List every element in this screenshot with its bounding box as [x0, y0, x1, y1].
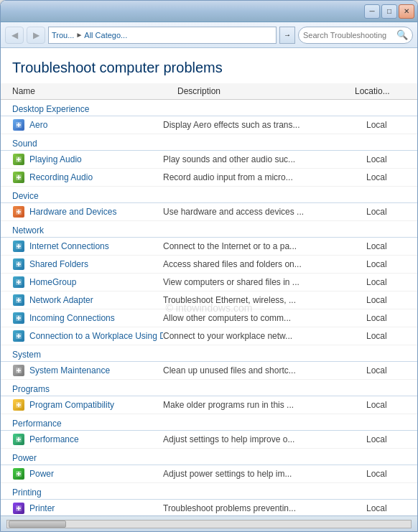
category-label-4: System [1, 345, 417, 362]
item-desc-1-1: Record audio input from a micro... [163, 172, 366, 182]
item-desc-0-0: Display Aero effects such as trans... [163, 120, 366, 130]
list-item[interactable]: Program Compatibility Make older program… [1, 396, 417, 414]
item-loc-8-0: Local [366, 503, 406, 513]
icon-img [13, 258, 24, 270]
table-area: Name Description Locatio... © intowindow… [1, 83, 417, 515]
list-item[interactable]: Hardware and Devices Use hardware and ac… [1, 203, 417, 221]
item-loc-7-0: Local [366, 469, 406, 479]
item-label: Hardware and Devices [29, 207, 116, 217]
list-item[interactable]: Printer Troubleshoot problems preventin.… [1, 500, 417, 515]
list-item[interactable]: Aero Display Aero effects such as trans.… [1, 116, 417, 134]
category-label-6: Performance [1, 414, 417, 431]
back-button[interactable]: ◀ [5, 27, 24, 44]
icon-img [13, 294, 24, 306]
address-field[interactable]: Trou... ► All Catego... [48, 27, 277, 44]
status-bar [1, 515, 417, 531]
item-name-7-0: Power [12, 467, 163, 480]
scrollbar-thumb[interactable] [9, 521, 66, 528]
item-name-0-0: Aero [12, 118, 163, 131]
item-name-8-0: Printer [12, 502, 163, 515]
item-label: Aero [29, 120, 47, 130]
main-content: Troubleshoot computer problems Name Desc… [1, 48, 417, 515]
item-loc-3-1: Local [366, 259, 406, 269]
item-label: Shared Folders [29, 259, 88, 269]
item-label: Incoming Connections [29, 313, 115, 323]
item-loc-3-4: Local [366, 313, 406, 323]
item-label: System Maintenance [29, 365, 110, 375]
item-name-6-0: Performance [12, 433, 163, 446]
list-item[interactable]: Internet Connections Connect to the Inte… [1, 238, 417, 256]
list-item[interactable]: Incoming Connections Allow other compute… [1, 309, 417, 327]
list-item[interactable]: System Maintenance Clean up unused files… [1, 362, 417, 380]
item-icon-2-0 [12, 205, 25, 218]
category-label-0: Desktop Experience [1, 100, 417, 116]
item-loc-3-3: Local [366, 295, 406, 305]
icon-img [13, 468, 24, 480]
close-button[interactable]: ✕ [399, 4, 414, 19]
item-name-5-0: Program Compatibility [12, 398, 163, 411]
icon-img [13, 172, 24, 183]
breadcrumb-sep: ► [75, 31, 83, 39]
item-desc-2-0: Use hardware and access devices ... [163, 207, 366, 217]
item-loc-6-0: Local [366, 434, 406, 444]
maximize-button[interactable]: □ [381, 4, 397, 19]
icon-img [13, 154, 24, 165]
item-desc-6-0: Adjust settings to help improve o... [163, 434, 366, 444]
category-label-8: Printing [1, 483, 417, 500]
item-label: Connection to a Workplace Using DirectAc… [29, 331, 163, 341]
item-name-3-0: Internet Connections [12, 240, 163, 253]
item-name-1-0: Playing Audio [12, 153, 163, 166]
address-bar: ◀ ▶ Trou... ► All Catego... → 🔍 [1, 22, 417, 48]
item-desc-8-0: Troubleshoot problems preventin... [163, 503, 366, 513]
item-desc-3-0: Connect to the Internet or to a pa... [163, 241, 366, 251]
icon-img [13, 119, 24, 131]
icon-img [13, 276, 24, 288]
item-desc-3-1: Access shared files and folders on... [163, 259, 366, 269]
list-item[interactable]: Playing Audio Play sounds and other audi… [1, 151, 417, 169]
list-item[interactable]: Shared Folders Access shared files and f… [1, 256, 417, 274]
list-item[interactable]: Recording Audio Record audio input from … [1, 169, 417, 187]
table-body[interactable]: © intowindows.com Desktop Experience Aer… [1, 100, 417, 515]
item-desc-3-5: Connect to your workplace netw... [163, 331, 366, 341]
forward-button[interactable]: ▶ [27, 27, 45, 44]
item-name-3-3: Network Adapter [12, 294, 163, 307]
breadcrumb-part-2: All Catego... [84, 31, 127, 39]
horizontal-scrollbar[interactable] [6, 520, 412, 528]
search-icon: 🔍 [396, 29, 408, 40]
icon-img [13, 241, 24, 252]
search-input[interactable] [303, 31, 394, 39]
item-label: Recording Audio [29, 172, 93, 182]
item-desc-3-3: Troubleshoot Ethernet, wireless, ... [163, 295, 366, 305]
item-desc-4-0: Clean up unused files and shortc... [163, 365, 366, 375]
item-desc-3-2: View computers or shared files in ... [163, 277, 366, 287]
breadcrumb: Trou... ► All Catego... [52, 31, 127, 39]
category-label-3: Network [1, 221, 417, 238]
list-item[interactable]: Connection to a Workplace Using DirectAc… [1, 327, 417, 345]
list-item[interactable]: Performance Adjust settings to help impr… [1, 431, 417, 449]
item-loc-2-0: Local [366, 207, 406, 217]
item-loc-0-0: Local [366, 120, 406, 130]
item-name-3-4: Incoming Connections [12, 312, 163, 325]
item-desc-3-4: Allow other computers to comm... [163, 313, 366, 323]
icon-img [13, 312, 24, 324]
item-label: Internet Connections [29, 241, 109, 251]
item-icon-5-0 [12, 398, 25, 411]
category-label-2: Device [1, 187, 417, 203]
minimize-button[interactable]: ─ [364, 4, 380, 19]
col-header-loc: Locatio... [355, 86, 394, 96]
item-loc-4-0: Local [366, 365, 406, 375]
item-name-3-1: Shared Folders [12, 258, 163, 271]
col-header-name: Name [12, 86, 177, 96]
col-header-desc: Description [177, 86, 355, 96]
title-bar-buttons: ─ □ ✕ [364, 4, 414, 19]
item-label: Playing Audio [29, 154, 82, 164]
search-box[interactable]: 🔍 [298, 27, 413, 44]
icon-img [13, 206, 24, 218]
item-icon-0-0 [12, 118, 25, 131]
breadcrumb-part-1: Trou... [52, 31, 74, 39]
go-button[interactable]: → [279, 27, 295, 44]
list-item[interactable]: Network Adapter Troubleshoot Ethernet, w… [1, 291, 417, 309]
table-header: Name Description Locatio... [1, 83, 417, 100]
list-item[interactable]: HomeGroup View computers or shared files… [1, 274, 417, 291]
list-item[interactable]: Power Adjust power settings to help im..… [1, 465, 417, 483]
